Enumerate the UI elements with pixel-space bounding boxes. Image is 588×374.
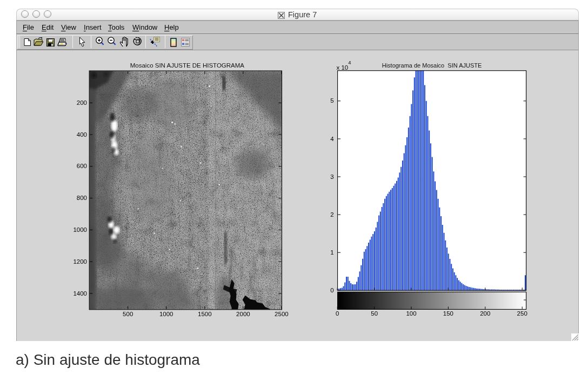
svg-text:600: 600 xyxy=(77,163,87,169)
svg-text:800: 800 xyxy=(77,195,87,201)
svg-text:1: 1 xyxy=(330,249,333,256)
svg-text:250: 250 xyxy=(517,310,527,317)
svg-text:400: 400 xyxy=(77,131,87,138)
svg-text:150: 150 xyxy=(443,310,453,317)
svg-text:100: 100 xyxy=(406,310,416,317)
svg-text:1400: 1400 xyxy=(73,290,87,297)
svg-text:0: 0 xyxy=(336,310,339,317)
svg-text:2: 2 xyxy=(330,211,333,218)
svg-text:50: 50 xyxy=(371,310,378,317)
svg-text:2000: 2000 xyxy=(236,311,250,317)
svg-text:200: 200 xyxy=(77,99,87,106)
svg-text:3: 3 xyxy=(330,173,333,180)
svg-text:4: 4 xyxy=(330,136,334,142)
svg-text:500: 500 xyxy=(123,311,133,317)
svg-text:5: 5 xyxy=(330,97,333,104)
svg-text:200: 200 xyxy=(480,310,490,317)
svg-text:Histograma de Mosaico SIN AJU: Histograma de Mosaico SIN AJUSTE xyxy=(382,62,482,69)
svg-text:1500: 1500 xyxy=(198,311,212,317)
svg-text:1000: 1000 xyxy=(73,226,87,233)
svg-text:1200: 1200 xyxy=(73,258,87,265)
svg-text:2500: 2500 xyxy=(275,311,289,317)
svg-text:1000: 1000 xyxy=(159,311,173,317)
svg-text:Mosaico SIN AJUSTE DE HISTOGRA: Mosaico SIN AJUSTE DE HISTOGRAMA xyxy=(130,62,245,69)
svg-text:0: 0 xyxy=(330,287,333,293)
svg-text:x 104: x 104 xyxy=(337,59,351,71)
